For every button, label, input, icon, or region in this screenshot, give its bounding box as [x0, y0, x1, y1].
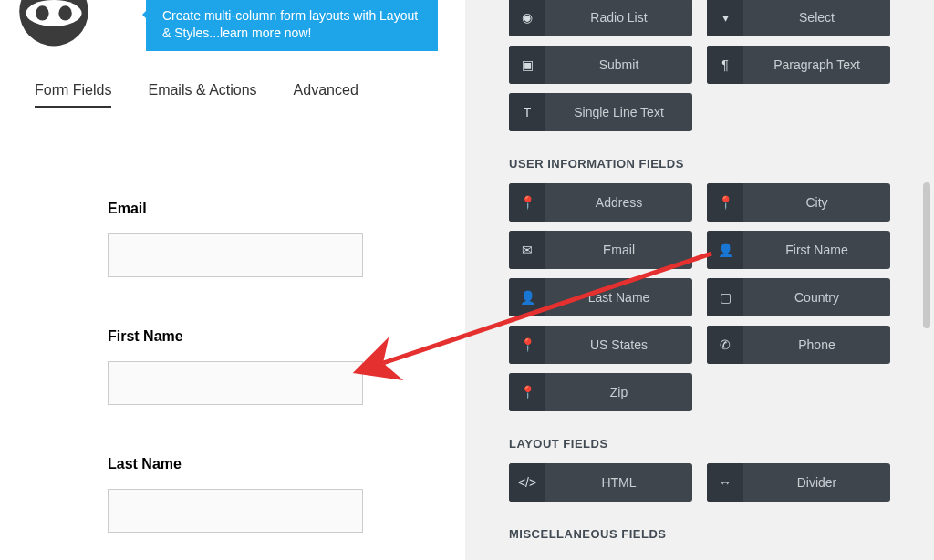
field-type-zip[interactable]: 📍 Zip [509, 373, 692, 411]
field-type-label: Address [545, 183, 692, 222]
field-palette: ◉ Radio List ▾ Select ▣ Submit ¶ Paragra… [465, 0, 934, 560]
svg-point-1 [26, 0, 81, 26]
field-type-radio-list[interactable]: ◉ Radio List [509, 0, 692, 36]
envelope-icon: ✉ [509, 231, 545, 269]
field-input[interactable] [108, 489, 363, 533]
common-fields-grid: ◉ Radio List ▾ Select ▣ Submit ¶ Paragra… [509, 0, 890, 131]
field-block-email[interactable]: Email [108, 201, 363, 277]
field-block-first-name[interactable]: First Name [108, 328, 363, 405]
field-type-label: Radio List [545, 0, 692, 36]
ninja-logo [13, 0, 95, 47]
marker-icon: 📍 [509, 373, 545, 411]
field-type-first-name[interactable]: 👤 First Name [707, 231, 890, 269]
promo-banner[interactable]: Create multi-column form layouts with La… [146, 0, 438, 51]
field-input[interactable] [108, 361, 363, 405]
field-type-label: Country [743, 278, 890, 316]
field-type-label: Zip [545, 373, 692, 411]
user-icon: 👤 [509, 278, 545, 316]
text-icon: T [509, 93, 545, 131]
phone-icon: ✆ [707, 326, 743, 364]
field-type-html[interactable]: </> HTML [509, 463, 692, 502]
field-type-label: City [743, 183, 890, 222]
field-type-label: Single Line Text [545, 93, 692, 131]
tab-advanced[interactable]: Advanced [294, 82, 358, 108]
field-label: First Name [108, 328, 363, 345]
layout-fields-grid: </> HTML ↔ Divider [509, 463, 890, 502]
field-type-label: Paragraph Text [743, 46, 890, 84]
marker-icon: 📍 [509, 183, 545, 222]
square-icon: ▣ [509, 46, 545, 84]
form-builder-canvas: Create multi-column form layouts with La… [0, 0, 465, 560]
scrollbar[interactable] [923, 182, 930, 328]
field-label: Email [108, 201, 363, 217]
user-icon: 👤 [707, 231, 743, 269]
field-type-us-states[interactable]: 📍 US States [509, 326, 692, 364]
field-type-phone[interactable]: ✆ Phone [707, 326, 890, 364]
marker-icon: 📍 [707, 183, 743, 222]
svg-point-2 [36, 5, 48, 20]
field-type-label: Email [545, 231, 692, 269]
field-type-label: US States [545, 326, 692, 364]
field-type-submit[interactable]: ▣ Submit [509, 46, 692, 84]
field-type-label: Submit [545, 46, 692, 84]
tab-form-fields[interactable]: Form Fields [35, 82, 111, 108]
promo-text: Create multi-column form layouts with La… [162, 8, 418, 40]
field-type-divider[interactable]: ↔ Divider [707, 463, 890, 502]
chevron-down-icon: ▾ [707, 0, 743, 36]
field-type-select[interactable]: ▾ Select [707, 0, 890, 36]
field-type-label: Select [743, 0, 890, 36]
field-block-last-name[interactable]: Last Name [108, 456, 363, 533]
paragraph-icon: ¶ [707, 46, 743, 84]
builder-tabs: Form Fields Emails & Actions Advanced [35, 82, 358, 108]
field-type-single-line-text[interactable]: T Single Line Text [509, 93, 692, 131]
user-info-fields-grid: 📍 Address 📍 City ✉ Email 👤 First Name 👤 … [509, 183, 890, 411]
field-type-label: Divider [743, 463, 890, 502]
field-type-address[interactable]: 📍 Address [509, 183, 692, 222]
field-type-city[interactable]: 📍 City [707, 183, 890, 222]
code-icon: </> [509, 463, 545, 502]
field-type-label: Phone [743, 326, 890, 364]
field-label: Last Name [108, 456, 363, 472]
form-preview: Email First Name Last Name [108, 201, 363, 560]
radio-icon: ◉ [509, 0, 545, 36]
field-type-paragraph-text[interactable]: ¶ Paragraph Text [707, 46, 890, 84]
field-type-label: First Name [743, 231, 890, 269]
arrows-h-icon: ↔ [707, 463, 743, 502]
tab-emails-actions[interactable]: Emails & Actions [148, 82, 256, 108]
marker-icon: 📍 [509, 326, 545, 364]
field-type-country[interactable]: ▢ Country [707, 278, 890, 316]
section-title-layout: LAYOUT FIELDS [509, 437, 890, 451]
square-outline-icon: ▢ [707, 278, 743, 316]
field-type-email[interactable]: ✉ Email [509, 231, 692, 269]
field-input[interactable] [108, 233, 363, 277]
section-title-user-info: USER INFORMATION FIELDS [509, 157, 890, 171]
field-type-label: HTML [545, 463, 692, 502]
section-title-misc: MISCELLANEOUS FIELDS [509, 527, 890, 541]
field-type-last-name[interactable]: 👤 Last Name [509, 278, 692, 316]
field-type-label: Last Name [545, 278, 692, 316]
svg-point-3 [58, 5, 71, 20]
